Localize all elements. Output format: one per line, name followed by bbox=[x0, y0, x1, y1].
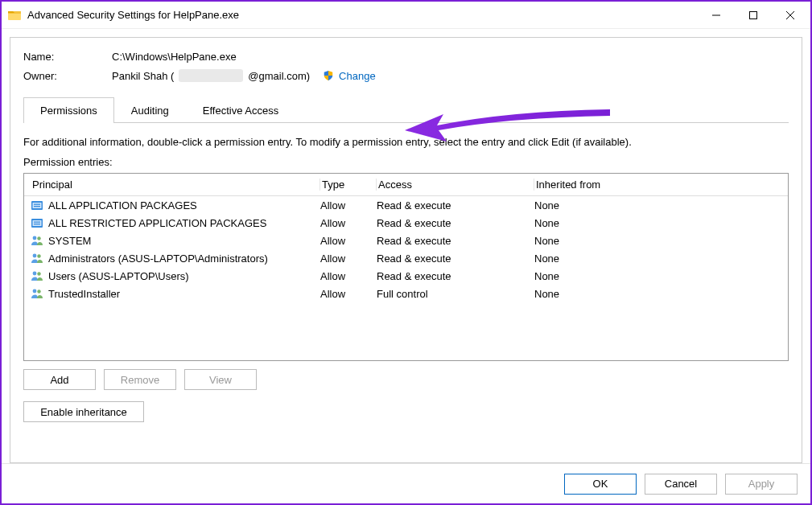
tabs: Permissions Auditing Effective Access bbox=[23, 96, 789, 123]
svg-rect-3 bbox=[750, 11, 757, 18]
cell-inherited: None bbox=[534, 252, 781, 265]
col-access[interactable]: Access bbox=[377, 179, 534, 191]
name-value: C:\Windows\HelpPane.exe bbox=[112, 51, 237, 63]
cell-type: Allow bbox=[320, 199, 377, 211]
principal-text: Users (ASUS-LAPTOP\Users) bbox=[48, 270, 189, 282]
svg-rect-9 bbox=[34, 206, 40, 207]
svg-point-20 bbox=[33, 289, 37, 294]
group-icon bbox=[31, 252, 43, 265]
svg-point-15 bbox=[37, 236, 40, 240]
cell-access: Read & execute bbox=[377, 252, 534, 265]
dialog-footer: OK Cancel Apply bbox=[2, 463, 810, 503]
table-row[interactable]: ALL APPLICATION PACKAGESAllowRead & exec… bbox=[24, 196, 788, 214]
cell-access: Read & execute bbox=[377, 235, 534, 247]
remove-button[interactable]: Remove bbox=[104, 369, 176, 390]
table-row[interactable]: Administrators (ASUS-LAPTOP\Administrato… bbox=[24, 249, 788, 267]
table-row[interactable]: ALL RESTRICTED APPLICATION PACKAGESAllow… bbox=[24, 214, 788, 232]
cell-access: Read & execute bbox=[377, 270, 534, 282]
svg-rect-11 bbox=[33, 220, 42, 226]
cell-principal: ALL RESTRICTED APPLICATION PACKAGES bbox=[31, 216, 320, 229]
maximize-button[interactable] bbox=[735, 3, 772, 27]
svg-point-17 bbox=[37, 254, 40, 257]
svg-rect-12 bbox=[34, 222, 40, 223]
cell-access: Read & execute bbox=[377, 217, 534, 229]
ok-button[interactable]: OK bbox=[564, 474, 637, 495]
add-button[interactable]: Add bbox=[23, 369, 96, 390]
cell-principal: SYSTEM bbox=[31, 234, 320, 247]
cell-principal: TrustedInstaller bbox=[31, 287, 320, 300]
svg-point-16 bbox=[33, 254, 37, 258]
owner-name-suffix: @gmail.com) bbox=[248, 70, 310, 82]
cell-inherited: None bbox=[534, 288, 781, 300]
package-icon bbox=[31, 216, 43, 229]
svg-point-18 bbox=[33, 272, 37, 276]
principal-text: TrustedInstaller bbox=[48, 288, 120, 300]
apply-button[interactable]: Apply bbox=[725, 474, 798, 495]
svg-point-21 bbox=[37, 289, 40, 293]
close-button[interactable] bbox=[772, 3, 809, 27]
principal-text: ALL RESTRICTED APPLICATION PACKAGES bbox=[48, 217, 266, 229]
cell-type: Allow bbox=[320, 217, 377, 229]
change-owner-link[interactable]: Change bbox=[339, 70, 376, 82]
table-row[interactable]: SYSTEMAllowRead & executeNone bbox=[24, 232, 788, 249]
cell-type: Allow bbox=[320, 288, 377, 300]
group-icon bbox=[31, 287, 43, 300]
table-header: Principal Type Access Inherited from bbox=[24, 174, 788, 196]
tab-effective-access[interactable]: Effective Access bbox=[186, 97, 295, 123]
cell-principal: Users (ASUS-LAPTOP\Users) bbox=[31, 269, 320, 282]
cell-principal: ALL APPLICATION PACKAGES bbox=[31, 199, 320, 211]
cell-type: Allow bbox=[320, 235, 377, 247]
permission-entries-table: Principal Type Access Inherited from ALL… bbox=[23, 173, 789, 361]
svg-point-14 bbox=[33, 236, 37, 240]
owner-email-redacted bbox=[179, 69, 243, 82]
group-icon bbox=[31, 269, 43, 282]
cell-type: Allow bbox=[320, 270, 377, 282]
cell-type: Allow bbox=[320, 252, 377, 265]
svg-point-19 bbox=[37, 272, 40, 275]
permission-entries-label: Permission entries: bbox=[23, 156, 789, 168]
package-icon bbox=[31, 199, 43, 211]
folder-icon bbox=[8, 9, 21, 22]
cell-inherited: None bbox=[534, 235, 781, 247]
minimize-button[interactable] bbox=[698, 3, 735, 27]
col-inherited[interactable]: Inherited from bbox=[534, 179, 781, 191]
cancel-button[interactable]: Cancel bbox=[645, 474, 717, 495]
owner-name-prefix: Pankil Shah ( bbox=[112, 70, 174, 82]
principal-text: SYSTEM bbox=[48, 235, 91, 247]
titlebar: Advanced Security Settings for HelpPane.… bbox=[2, 2, 810, 29]
table-row[interactable]: TrustedInstallerAllowFull controlNone bbox=[24, 285, 788, 302]
enable-inheritance-button[interactable]: Enable inheritance bbox=[23, 401, 144, 422]
principal-text: ALL APPLICATION PACKAGES bbox=[48, 199, 197, 211]
cell-principal: Administrators (ASUS-LAPTOP\Administrato… bbox=[31, 252, 320, 265]
owner-label: Owner: bbox=[23, 70, 112, 82]
view-button[interactable]: View bbox=[184, 369, 257, 390]
cell-inherited: None bbox=[534, 270, 781, 282]
cell-inherited: None bbox=[534, 217, 781, 229]
cell-inherited: None bbox=[534, 199, 781, 211]
svg-rect-7 bbox=[33, 203, 42, 208]
tab-auditing[interactable]: Auditing bbox=[114, 97, 186, 123]
table-row[interactable]: Users (ASUS-LAPTOP\Users)AllowRead & exe… bbox=[24, 267, 788, 285]
group-icon bbox=[31, 234, 43, 247]
svg-rect-8 bbox=[34, 204, 40, 205]
window-title: Advanced Security Settings for HelpPane.… bbox=[27, 9, 239, 21]
col-type[interactable]: Type bbox=[320, 179, 377, 191]
cell-access: Read & execute bbox=[377, 199, 534, 211]
name-label: Name: bbox=[23, 51, 112, 63]
cell-access: Full control bbox=[377, 288, 534, 300]
col-principal[interactable]: Principal bbox=[31, 179, 320, 191]
svg-rect-13 bbox=[34, 224, 40, 224]
info-text: For additional information, double-click… bbox=[23, 136, 789, 148]
principal-text: Administrators (ASUS-LAPTOP\Administrato… bbox=[48, 252, 268, 265]
main-panel: Name: C:\Windows\HelpPane.exe Owner: Pan… bbox=[10, 37, 802, 463]
uac-shield-icon bbox=[323, 70, 334, 81]
tab-permissions[interactable]: Permissions bbox=[23, 97, 114, 123]
